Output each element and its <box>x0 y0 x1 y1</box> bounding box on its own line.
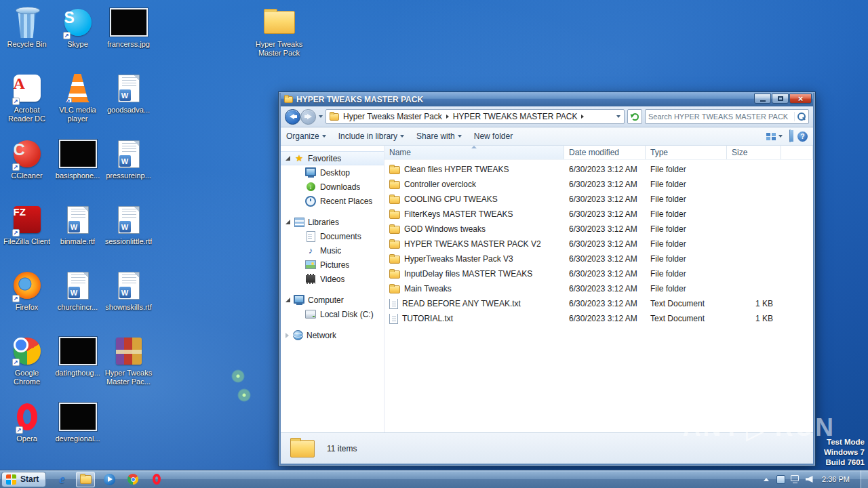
file-row-tutorial-txt[interactable]: TUTORIAL.txt6/30/2023 3:12 AMText Docume… <box>384 311 813 326</box>
desktop-icon-filezilla-client[interactable]: ↗FileZilla Client <box>1 201 52 267</box>
shortcut-arrow-icon: ↗ <box>63 32 71 39</box>
breadcrumb-separator-icon[interactable] <box>581 115 584 119</box>
expand-icon[interactable] <box>285 333 289 338</box>
black-thumb-icon <box>59 403 97 431</box>
documents-icon <box>305 231 316 242</box>
desktop-icon-shownskills-rtf[interactable]: shownskills.rtf <box>103 267 154 333</box>
desktop-icon-recycle-bin[interactable]: Recycle Bin <box>1 4 52 70</box>
column-header-date-modified[interactable]: Date modified <box>564 146 646 159</box>
collapse-icon[interactable] <box>285 298 290 302</box>
desktop-icon-pressureinp[interactable]: pressureinp... <box>103 136 154 201</box>
window-titlebar[interactable]: HYPER TWEAKS MASTER PACK × <box>281 92 813 106</box>
command-new-folder[interactable]: New folder <box>474 131 513 141</box>
file-row-inputdelay-files-master-tweaks[interactable]: InputDelay files MASTER TWEAKS6/30/2023 … <box>384 266 813 281</box>
taskbar-internet-explorer[interactable] <box>52 472 71 487</box>
taskbar-google-chrome[interactable] <box>123 472 142 487</box>
desktop-icon-datingthoug[interactable]: datingthoug... <box>52 333 103 399</box>
desktop-icon-devregional[interactable]: devregional... <box>52 399 103 464</box>
taskbar-opera[interactable] <box>147 472 166 487</box>
close-button[interactable]: × <box>789 94 812 104</box>
desktop-icon-label: Firefox <box>16 303 39 312</box>
tray-app-icon[interactable] <box>776 474 785 484</box>
desktop-icon-hyper-tweaks-master-pack-folder[interactable]: Hyper Tweaks Master Pack <box>254 4 304 58</box>
search-box[interactable] <box>645 109 809 124</box>
network-icon[interactable] <box>790 474 800 484</box>
desktop-icon-francerss-jpg[interactable]: francerss.jpg <box>103 4 154 70</box>
disk-icon <box>305 309 316 320</box>
file-row-cooling-cpu-tweaks[interactable]: COOLING CPU TWEAKS6/30/2023 3:12 AMFile … <box>384 192 813 207</box>
maximize-icon <box>778 96 783 101</box>
file-name-cell: Controller overclock <box>384 180 564 189</box>
sidebar-item-local-disk-c[interactable]: Local Disk (C:) <box>281 307 384 321</box>
taskbar-clock[interactable]: 2:36 PM <box>819 475 855 483</box>
sidebar-item-recent-places[interactable]: Recent Places <box>281 194 384 208</box>
sidebar-item-pictures[interactable]: Pictures <box>281 258 384 272</box>
desktop-icon-firefox[interactable]: ↗Firefox <box>1 267 52 333</box>
file-name: Main Tweaks <box>404 284 452 293</box>
back-button[interactable] <box>285 109 300 125</box>
breadcrumb-separator-icon[interactable] <box>446 115 449 119</box>
help-button[interactable] <box>797 131 808 142</box>
show-desktop-button[interactable] <box>861 470 868 488</box>
file-row-god-windows-tweaks[interactable]: GOD Windows tweaks6/30/2023 3:12 AMFile … <box>384 222 813 237</box>
change-view-button[interactable] <box>766 132 783 140</box>
forward-button[interactable] <box>300 109 316 125</box>
column-header-name[interactable]: Name <box>384 146 564 159</box>
sidebar-item-downloads[interactable]: Downloads <box>281 180 384 194</box>
preview-pane-button[interactable] <box>789 130 791 142</box>
desktop-icon-churchincr[interactable]: churchincr... <box>52 267 103 333</box>
sidebar-item-libraries[interactable]: Libraries <box>281 215 384 229</box>
sidebar-item-label: Documents <box>320 232 361 241</box>
desktop-icon-skype[interactable]: ↗Skype <box>52 4 103 70</box>
search-icon[interactable] <box>794 112 806 121</box>
start-button[interactable]: Start <box>1 472 46 487</box>
hidden-icons-chevron-icon[interactable] <box>762 474 771 484</box>
sidebar-item-favorites[interactable]: Favorites <box>281 151 384 165</box>
maximize-button[interactable] <box>772 94 789 104</box>
taskbar-windows-explorer[interactable] <box>76 472 95 487</box>
desktop-icon-google-chrome[interactable]: ↗Google Chrome <box>1 333 52 399</box>
breadcrumb-segment-parent[interactable]: Hyper Tweaks Master Pack <box>343 112 442 121</box>
desktop-icon-basisphone[interactable]: basisphone... <box>52 136 103 201</box>
command-share-with[interactable]: Share with <box>416 131 462 141</box>
text-doc-icon <box>389 314 398 324</box>
desktop-icon-binmale-rtf[interactable]: binmale.rtf <box>52 201 103 267</box>
sidebar-item-documents[interactable]: Documents <box>281 229 384 243</box>
sidebar-item-videos[interactable]: Videos <box>281 272 384 286</box>
breadcrumb-segment-current[interactable]: HYPER TWEAKS MASTER PACK <box>453 112 578 121</box>
collapse-icon[interactable] <box>285 220 290 224</box>
desktop-icon-acrobat-reader-dc[interactable]: ↗Acrobat Reader DC <box>1 70 52 136</box>
sidebar-item-desktop[interactable]: Desktop <box>281 165 384 180</box>
desktop-icon-ccleaner[interactable]: ↗CCleaner <box>1 136 52 201</box>
address-dropdown-chevron-icon[interactable] <box>616 115 620 118</box>
desktop-icon-hyper-tweaks-master-pac[interactable]: Hyper Tweaks Master Pac... <box>103 333 154 399</box>
desktop-icon-sessionlittle-rtf[interactable]: sessionlittle.rtf <box>103 201 154 267</box>
sidebar-item-music[interactable]: Music <box>281 243 384 258</box>
collapse-icon[interactable] <box>285 156 290 161</box>
volume-icon[interactable] <box>804 474 814 484</box>
file-row-read-before-any-tweak-txt[interactable]: READ BEFORE ANY TWEAK.txt6/30/2023 3:12 … <box>384 296 813 311</box>
column-header-type[interactable]: Type <box>646 146 727 159</box>
desktop-icon-vlc-media-player[interactable]: ↗VLC media player <box>52 70 103 136</box>
taskbar-media-player[interactable] <box>100 472 119 487</box>
file-row-clean-files-hyper-tweaks[interactable]: Clean files HYPER TWEAKS6/30/2023 3:12 A… <box>384 162 813 177</box>
recent-pages-chevron-icon[interactable] <box>319 115 323 118</box>
file-row-hypertweaks-master-pack-v3[interactable]: HyperTweaks Master Pack V36/30/2023 3:12… <box>384 251 813 266</box>
minimize-button[interactable] <box>754 94 771 104</box>
breadcrumb[interactable]: Hyper Tweaks Master Pack HYPER TWEAKS MA… <box>326 109 625 124</box>
column-header-size[interactable]: Size <box>727 146 781 159</box>
file-name: HYPER TWEAKS MASTER PACK V2 <box>404 239 541 249</box>
file-row-filterkeys-master-tweaks[interactable]: FilterKeys MASTER TWEAKS6/30/2023 3:12 A… <box>384 207 813 222</box>
desktop-icon-goodsadva[interactable]: goodsadva... <box>103 70 154 136</box>
file-date-modified: 6/30/2023 3:12 AM <box>564 284 646 293</box>
desktop-icon-opera[interactable]: ↗Opera <box>1 399 52 464</box>
sidebar-item-computer[interactable]: Computer <box>281 293 384 307</box>
command-organize[interactable]: Organize <box>286 131 326 141</box>
search-input[interactable] <box>648 113 794 121</box>
file-row-controller-overclock[interactable]: Controller overclock6/30/2023 3:12 AMFil… <box>384 177 813 192</box>
sidebar-item-network[interactable]: Network <box>281 328 384 342</box>
command-include-in-library[interactable]: Include in library <box>338 131 404 141</box>
file-row-hyper-tweaks-master-pack-v2[interactable]: HYPER TWEAKS MASTER PACK V26/30/2023 3:1… <box>384 237 813 251</box>
refresh-button[interactable] <box>627 109 642 124</box>
file-row-main-tweaks[interactable]: Main Tweaks6/30/2023 3:12 AMFile folder <box>384 281 813 296</box>
